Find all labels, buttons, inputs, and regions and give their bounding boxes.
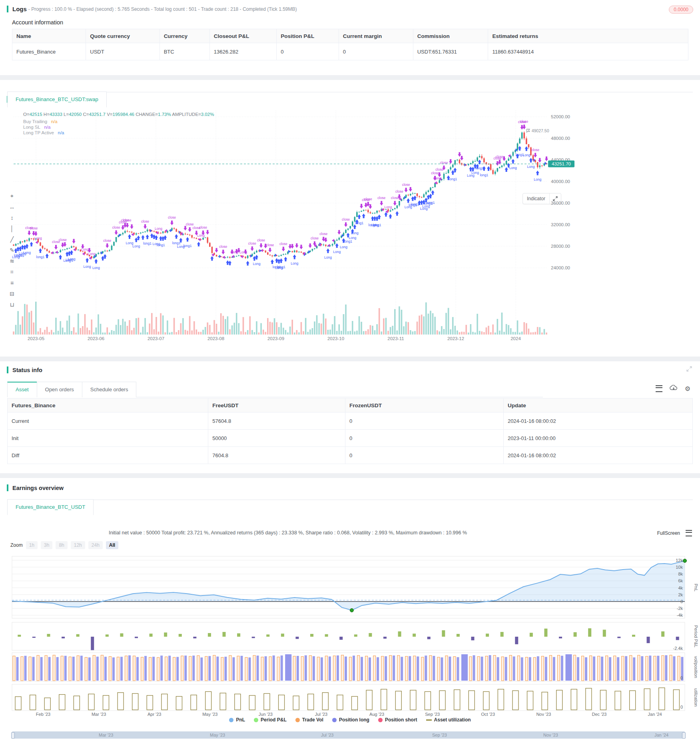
- svg-text:2023-07: 2023-07: [148, 336, 164, 341]
- svg-text:PnL: PnL: [694, 584, 698, 592]
- status-tab-open-orders[interactable]: Open orders: [37, 382, 82, 397]
- svg-text:close: close: [496, 155, 504, 159]
- status-cell: 2024-01-16 08:00:02: [503, 412, 692, 430]
- svg-text:Jul '23: Jul '23: [315, 712, 327, 717]
- account-table: NameQuote currencyCurrencyCloseout P&LPo…: [12, 29, 688, 60]
- svg-text:close: close: [279, 242, 287, 246]
- legend-item-trade-vol[interactable]: Trade Vol: [295, 717, 323, 723]
- status-row-label[interactable]: Current: [8, 412, 208, 430]
- legend-item-asset-utilization[interactable]: Asset utilization: [426, 717, 471, 723]
- earnings-tab[interactable]: Futures_Binance_BTC_USDT: [7, 499, 94, 515]
- list-view-icon[interactable]: [656, 385, 662, 392]
- navigator-right-handle[interactable]: [682, 732, 686, 739]
- svg-text:close: close: [103, 239, 111, 243]
- svg-text:Long: Long: [34, 236, 42, 240]
- status-row-label: Init: [8, 430, 208, 447]
- svg-text:Long: Long: [68, 257, 76, 261]
- svg-text:Long: Long: [534, 177, 541, 181]
- account-col-header: Commission: [413, 29, 488, 43]
- svg-text:Long: Long: [385, 205, 392, 209]
- svg-text:2k: 2k: [678, 592, 683, 597]
- chart-menu-icon[interactable]: [686, 530, 692, 536]
- svg-text:Long: Long: [291, 261, 298, 265]
- svg-text:Oct '23: Oct '23: [481, 712, 495, 717]
- logs-error-badge[interactable]: 0.0000: [669, 6, 693, 14]
- legend-item-period-p-l[interactable]: Period P&L: [254, 717, 287, 723]
- status-cell: 0: [345, 447, 503, 464]
- svg-text:long1: long1: [277, 265, 285, 269]
- zoom-option-1h[interactable]: 1h: [26, 541, 38, 549]
- svg-text:long1: long1: [355, 221, 363, 225]
- svg-text:Long: Long: [349, 236, 356, 240]
- account-table-header-row: NameQuote currencyCurrencyCloseout P&LPo…: [12, 29, 688, 43]
- svg-text:utilization: utilization: [694, 688, 698, 707]
- account-cell: 0: [277, 43, 339, 60]
- svg-text:close: close: [199, 225, 207, 229]
- account-col-header: Quote currency: [86, 29, 160, 43]
- svg-text:Long: Long: [471, 171, 479, 175]
- cloud-download-icon[interactable]: [670, 384, 678, 392]
- account-cell: USDT:651.76331: [413, 43, 488, 60]
- account-info-heading: Account information: [12, 19, 63, 26]
- account-col-header: Currency: [160, 29, 209, 43]
- settings-gear-icon[interactable]: ⚙: [685, 385, 690, 392]
- svg-text:long1: long1: [344, 239, 352, 243]
- svg-text:close: close: [520, 120, 528, 124]
- svg-text:long1: long1: [475, 166, 484, 170]
- svg-text:Long: Long: [23, 251, 31, 255]
- svg-text:Mar '23: Mar '23: [92, 712, 106, 717]
- zoom-option-24h[interactable]: 24h: [88, 541, 103, 549]
- svg-text:long1: long1: [427, 201, 435, 205]
- earnings-legend: PnLPeriod P&LTrade VolPosition longPosit…: [0, 717, 700, 723]
- svg-text:0: 0: [680, 675, 683, 680]
- status-heading: Status info: [12, 367, 42, 373]
- account-cell: Futures_Binance: [12, 43, 86, 60]
- legend-marker: [229, 718, 233, 722]
- svg-text:Period P&L: Period P&L: [694, 625, 698, 647]
- svg-text:Long: Long: [253, 262, 260, 266]
- svg-text:12k: 12k: [676, 558, 683, 563]
- legend-item-position-long[interactable]: Position long: [332, 717, 369, 723]
- svg-text:28000.00: 28000.00: [551, 244, 570, 249]
- zoom-option-12h[interactable]: 12h: [71, 541, 85, 549]
- candlestick-chart[interactable]: 2023-052023-062023-072023-082023-092023-…: [7, 106, 693, 346]
- earnings-chart[interactable]: 12k10k8k6k4k2k0-2k-4k-2.4k00Feb '23Mar '…: [0, 556, 700, 717]
- account-cell: 13626.282: [209, 43, 276, 60]
- status-col-header: FrozenUSDT: [345, 398, 503, 412]
- legend-item-pnl[interactable]: PnL: [229, 717, 245, 723]
- ticker-tab[interactable]: Futures_Binance_BTC_USDT:swap: [7, 92, 107, 108]
- svg-text:Long: Long: [340, 245, 347, 249]
- svg-text:Feb '23: Feb '23: [36, 712, 50, 717]
- account-cell: 11860.637448914: [488, 43, 688, 60]
- status-tab-asset[interactable]: Asset: [7, 382, 37, 397]
- svg-text:32000.00: 32000.00: [551, 222, 570, 227]
- svg-text:43251.70: 43251.70: [552, 161, 571, 166]
- svg-text:May '23: May '23: [202, 712, 217, 717]
- svg-text:2023-06: 2023-06: [88, 336, 104, 341]
- ticker-tabs: [7, 92, 693, 92]
- svg-text:close: close: [266, 243, 274, 247]
- status-tab-schedule-orders[interactable]: Schedule orders: [82, 382, 137, 397]
- status-cell: 0: [345, 412, 503, 430]
- legend-item-position-short[interactable]: Position short: [378, 717, 417, 723]
- account-cell: USDT: [86, 43, 160, 60]
- zoom-option-all[interactable]: All: [106, 541, 118, 549]
- account-row: Futures_BinanceUSDTBTC13626.28200USDT:65…: [12, 43, 688, 60]
- status-section: Status info AssetOpen ordersSchedule ord…: [0, 361, 700, 473]
- fullscreen-button[interactable]: FullScreen: [657, 530, 680, 536]
- svg-text:24000.00: 24000.00: [551, 265, 570, 270]
- chart-navigator[interactable]: Mar '23May '23Jul '23Sep '23Nov '23Jan '…: [12, 731, 685, 739]
- expand-section-icon[interactable]: [686, 366, 692, 373]
- zoom-option-3h[interactable]: 3h: [41, 541, 52, 549]
- navigator-left-handle[interactable]: [11, 732, 15, 739]
- svg-text:4k: 4k: [678, 586, 683, 590]
- svg-text:2023-05: 2023-05: [28, 336, 44, 341]
- zoom-controls: Zoom 1h3h8h12h24hAll: [10, 541, 118, 549]
- svg-text:Long: Long: [132, 244, 140, 248]
- svg-text:Nov '23: Nov '23: [536, 712, 551, 717]
- status-row: Current57604.802024-01-16 08:00:02: [8, 412, 693, 430]
- navigator-tick: Jul '23: [321, 733, 333, 737]
- svg-text:Long: Long: [527, 165, 534, 169]
- zoom-option-8h[interactable]: 8h: [56, 541, 67, 549]
- svg-text:Jan '24: Jan '24: [648, 712, 662, 717]
